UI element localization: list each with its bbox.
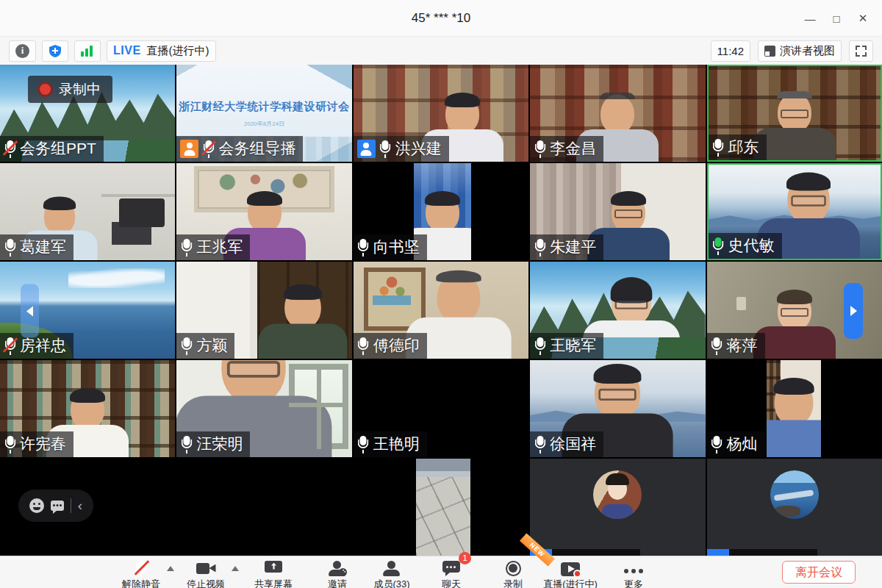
video-tile[interactable] bbox=[176, 459, 351, 556]
torso bbox=[259, 323, 348, 359]
next-page-arrow[interactable] bbox=[844, 283, 863, 339]
video-tile[interactable]: 王兆军 bbox=[176, 163, 351, 260]
hair bbox=[284, 284, 322, 300]
live-stream-button[interactable]: 直播(进行中) bbox=[537, 557, 603, 588]
video-tile[interactable]: 浙江财经大学统计学科建设研讨会2020年8月24日 会务组导播 bbox=[176, 65, 351, 162]
participant-name: 向书坚 bbox=[373, 239, 420, 255]
video-tile[interactable]: 朱建平 bbox=[530, 163, 705, 260]
meeting-title: 45* *** *10 bbox=[0, 0, 882, 37]
network-signal-icon bbox=[81, 45, 94, 57]
glasses bbox=[614, 209, 642, 218]
participant-name-label: 邱东 bbox=[709, 135, 767, 160]
quick-chat-icon[interactable] bbox=[51, 501, 64, 511]
participant-video bbox=[707, 459, 882, 556]
shield-icon bbox=[49, 44, 62, 58]
participant-name: 傅德印 bbox=[373, 337, 420, 354]
participant-name-label: 会务组导播 bbox=[176, 136, 303, 162]
share-screen-button[interactable]: 共享屏幕 bbox=[240, 557, 306, 588]
mic-status-icon bbox=[202, 140, 215, 158]
participant-name-label: 房祥忠 bbox=[0, 333, 74, 359]
close-button[interactable]: ✕ bbox=[850, 12, 876, 25]
stop-video-button[interactable]: 停止视频 bbox=[173, 557, 239, 588]
info-icon bbox=[15, 44, 29, 58]
video-options-caret[interactable] bbox=[232, 566, 239, 571]
live-status-button[interactable]: LIVE 直播(进行中) bbox=[107, 40, 216, 62]
participant-name-label: 杨灿 bbox=[707, 431, 765, 457]
video-tile[interactable]: 方颖 bbox=[176, 262, 351, 359]
video-tile[interactable]: 王艳明 bbox=[354, 360, 528, 457]
participant-name: 会务组PPT bbox=[20, 140, 96, 157]
video-tile[interactable]: 杨灿 bbox=[707, 360, 882, 457]
unmute-label: 解除静音 bbox=[108, 578, 174, 588]
record-button[interactable]: 录制 NEW bbox=[480, 557, 546, 588]
video-tile[interactable]: 邱东 bbox=[707, 65, 882, 162]
participant-name-label: 蒋萍 bbox=[707, 333, 765, 359]
mic-status-icon bbox=[379, 140, 392, 158]
video-tile[interactable]: 汪荣明 bbox=[176, 360, 351, 457]
participant-name-label: 徐国祥 bbox=[530, 431, 603, 457]
mic-status-icon bbox=[180, 238, 193, 257]
bottom-toolbar: 解除静音 停止视频 共享屏幕 邀请 成员(33) 聊天 1 录制 NEW bbox=[0, 556, 882, 588]
slide-title: 浙江财经大学统计学科建设研讨会 bbox=[179, 100, 350, 114]
mic-status-icon bbox=[4, 337, 16, 355]
live-status-text: 直播(进行中) bbox=[147, 44, 209, 58]
video-tile[interactable]: 王晓军 bbox=[530, 262, 705, 359]
leave-meeting-button[interactable]: 离开会议 bbox=[782, 561, 856, 584]
hair bbox=[786, 173, 831, 191]
video-tile[interactable] bbox=[530, 459, 705, 556]
collapse-chevron-icon[interactable]: ‹ bbox=[78, 498, 82, 512]
previous-page-arrow[interactable] bbox=[21, 284, 39, 338]
glasses bbox=[781, 110, 808, 118]
participant-name: 房祥忠 bbox=[20, 337, 66, 354]
video-tile[interactable]: 葛建军 bbox=[0, 163, 175, 260]
hair bbox=[773, 378, 814, 395]
chat-icon bbox=[442, 561, 460, 576]
network-quality-button[interactable] bbox=[74, 40, 101, 62]
participant-video bbox=[176, 459, 351, 556]
video-tile[interactable]: 洪兴建 bbox=[354, 65, 528, 162]
members-icon bbox=[383, 561, 401, 576]
participant-name: 葛建军 bbox=[20, 239, 66, 255]
participant-name: 杨灿 bbox=[727, 436, 758, 452]
record-icon bbox=[506, 561, 521, 576]
mic-muted-icon bbox=[135, 559, 148, 578]
video-tile[interactable] bbox=[707, 459, 882, 556]
video-tile[interactable]: 徐国祥 bbox=[530, 360, 705, 457]
reactions-bar-divider bbox=[71, 498, 71, 513]
participant-name-label: 洪兴建 bbox=[354, 136, 449, 162]
mic-status-icon bbox=[4, 238, 16, 257]
participant-name: 汪荣明 bbox=[196, 436, 243, 452]
video-tile[interactable]: 傅德印 bbox=[354, 262, 528, 359]
participant-name-label: 朱建平 bbox=[530, 234, 603, 260]
meeting-info-button[interactable] bbox=[9, 40, 36, 62]
participant-name: 会务组导播 bbox=[218, 140, 295, 157]
security-button[interactable] bbox=[42, 40, 68, 62]
recording-indicator: 录制中 bbox=[28, 76, 112, 103]
video-tile[interactable]: 李金昌 bbox=[530, 65, 705, 162]
mic-status-icon bbox=[712, 237, 725, 255]
chat-button[interactable]: 聊天 1 bbox=[418, 557, 484, 588]
video-tile[interactable]: 会务组PPT 录制中 bbox=[0, 65, 175, 162]
maximize-button[interactable]: □ bbox=[823, 12, 850, 25]
video-tile[interactable]: 史代敏 bbox=[707, 163, 882, 260]
video-tile[interactable]: 许宪春 bbox=[0, 360, 175, 457]
participant-name-label: 傅德印 bbox=[354, 333, 427, 359]
participant-name: 洪兴建 bbox=[395, 140, 442, 157]
members-button[interactable]: 成员(33) bbox=[359, 557, 425, 588]
video-tile[interactable] bbox=[354, 459, 528, 556]
record-label: 录制 bbox=[480, 578, 546, 588]
live-badge: LIVE bbox=[113, 44, 141, 57]
emoji-reaction-icon[interactable] bbox=[29, 498, 44, 513]
hair bbox=[777, 91, 812, 98]
unmute-button[interactable]: 解除静音 bbox=[108, 557, 174, 588]
speaker-view-button[interactable]: 演讲者视图 bbox=[758, 40, 842, 62]
title-bar: 45* *** *10 — □ ✕ bbox=[0, 0, 882, 37]
more-button[interactable]: 更多 bbox=[600, 557, 667, 588]
torso bbox=[753, 326, 836, 359]
minimize-button[interactable]: — bbox=[797, 12, 823, 25]
video-tile[interactable]: 向书坚 bbox=[354, 163, 528, 260]
participant-name-label: 李金昌 bbox=[530, 136, 603, 162]
fullscreen-button[interactable] bbox=[849, 40, 873, 62]
top-toolbar-left: LIVE 直播(进行中) bbox=[9, 40, 216, 62]
cutoff-name-label bbox=[707, 549, 817, 556]
